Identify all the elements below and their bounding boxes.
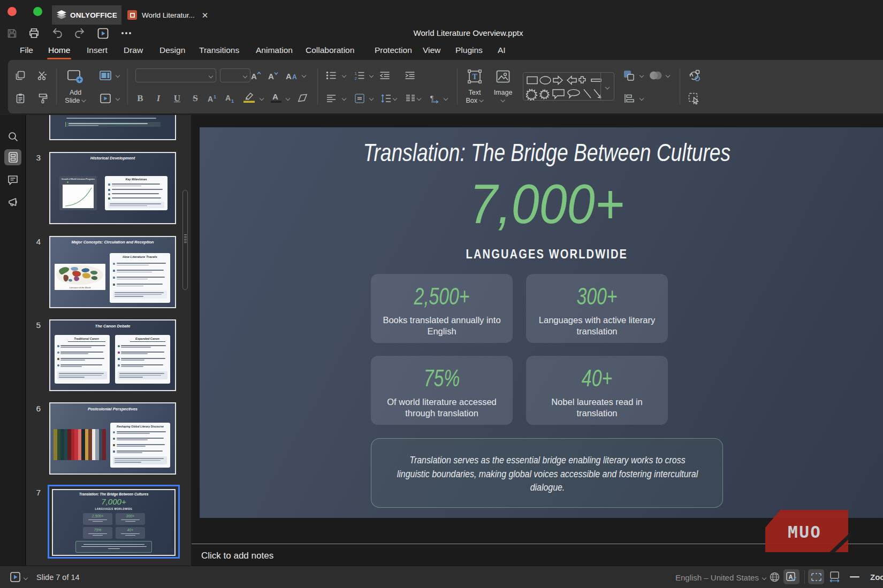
language-selector[interactable]: English – United States <box>675 573 759 582</box>
fit-to-width-button[interactable] <box>829 571 840 583</box>
add-slide-button[interactable]: Add Slide <box>65 89 86 105</box>
slide-layout-button[interactable] <box>100 71 111 80</box>
increase-indent-button[interactable] <box>405 71 415 80</box>
font-color-chevron[interactable] <box>286 96 290 101</box>
horizontal-align-button[interactable] <box>326 95 336 103</box>
italic-button[interactable]: I <box>157 93 161 104</box>
bold-button[interactable]: B <box>137 93 143 104</box>
search-icon[interactable] <box>4 128 21 144</box>
menu-transitions[interactable]: Transitions <box>198 44 240 57</box>
slides-panel-icon[interactable] <box>4 149 21 165</box>
arrange-shape-chevron[interactable] <box>640 96 644 101</box>
line-spacing-chevron[interactable] <box>393 96 397 101</box>
shape-fill-button[interactable] <box>623 70 635 81</box>
zoom-value[interactable]: Zoo <box>870 572 883 582</box>
slide-title[interactable]: Translation: The Bridge Between Cultures <box>272 138 821 167</box>
spell-checking-toggle[interactable]: A <box>783 569 800 584</box>
slide-quote-box[interactable]: Translation serves as the essential brid… <box>371 438 723 508</box>
columns-chevron[interactable] <box>417 96 421 101</box>
stat-card-4[interactable]: 40+ Nobel laureates read intranslation <box>526 356 668 425</box>
change-case-chevron[interactable] <box>302 73 306 78</box>
macos-zoom-button[interactable] <box>33 7 42 16</box>
paste-button[interactable] <box>16 94 25 104</box>
stat-card-2[interactable]: 300+ Languages with active literarytrans… <box>526 274 668 343</box>
arrange-shape-button[interactable] <box>624 94 635 103</box>
slide-big-stat[interactable]: 7,000+ <box>234 172 859 236</box>
line-spacing-button[interactable] <box>380 94 391 103</box>
vertical-align-chevron[interactable] <box>369 96 374 101</box>
bullets-chevron[interactable] <box>342 73 346 78</box>
statusbar-play-chevron[interactable] <box>24 576 28 580</box>
text-box-button[interactable]: Text Box <box>466 89 483 105</box>
change-case-button[interactable]: AA <box>286 71 300 81</box>
thumbnail-slide-3[interactable]: Historical Development Growth of World L… <box>49 152 176 224</box>
image-button[interactable]: Image <box>494 89 513 105</box>
panel-resize-grip[interactable] <box>184 234 187 243</box>
notes-placeholder[interactable]: Click to add notes <box>201 551 273 561</box>
thumbnail-slide-7-selected[interactable]: Translation: The Bridge Between Cultures… <box>48 485 180 559</box>
highlight-color-button[interactable] <box>243 92 256 103</box>
decrease-indent-button[interactable] <box>380 71 390 80</box>
set-language-globe-icon[interactable] <box>770 572 780 582</box>
preview-slideshow-button[interactable] <box>100 94 111 103</box>
comments-icon[interactable] <box>4 172 21 188</box>
font-name-combo[interactable] <box>135 68 216 82</box>
print-button[interactable] <box>27 26 41 40</box>
merge-shapes-button[interactable] <box>649 70 663 81</box>
text-box-icon[interactable]: T <box>468 70 482 83</box>
zoom-out-button[interactable] <box>850 576 859 578</box>
superscript-button[interactable]: A1 <box>208 94 218 103</box>
columns-button[interactable] <box>406 94 415 103</box>
thumbnail-slide-5[interactable]: The Canon Debate Traditional Canon <box>49 319 176 391</box>
replace-button[interactable] <box>688 70 701 81</box>
font-size-combo[interactable] <box>220 68 250 82</box>
menu-plugins[interactable]: Plugins <box>454 44 484 57</box>
add-slide-icon[interactable] <box>67 69 83 84</box>
menu-design[interactable]: Design <box>158 44 186 57</box>
shapes-gallery-chevron[interactable] <box>605 85 610 89</box>
text-direction-chevron[interactable] <box>444 96 448 101</box>
feedback-icon[interactable] <box>4 194 21 210</box>
text-direction-button[interactable]: ¶ <box>429 94 440 103</box>
menu-insert[interactable]: Insert <box>86 44 109 57</box>
menu-collaboration[interactable]: Collaboration <box>305 44 355 57</box>
numbering-chevron[interactable] <box>369 73 374 78</box>
menu-view[interactable]: View <box>422 44 442 57</box>
menu-home[interactable]: Home <box>47 44 71 57</box>
clear-style-button[interactable] <box>296 94 308 103</box>
thumbnail-slide-6[interactable]: Postcolonial Perspectives Reshaping Glob… <box>49 402 176 475</box>
subscript-button[interactable]: A1 <box>225 94 236 103</box>
menu-animation[interactable]: Animation <box>255 44 294 57</box>
shape-fill-chevron[interactable] <box>640 73 644 78</box>
language-chevron[interactable] <box>762 576 766 580</box>
cut-button[interactable] <box>37 71 48 80</box>
menu-file[interactable]: File <box>19 44 34 57</box>
select-tool-button[interactable] <box>688 93 700 104</box>
menu-draw[interactable]: Draw <box>123 44 144 57</box>
tab-close-icon[interactable]: ✕ <box>202 11 209 19</box>
highlight-color-chevron[interactable] <box>260 96 264 101</box>
stat-card-1[interactable]: 2,500+ Books translated annually intoEng… <box>371 274 513 343</box>
shape-icons[interactable] <box>526 73 604 101</box>
decrease-font-size-button[interactable]: A <box>268 71 278 81</box>
onlyoffice-main-tab[interactable]: ONLYOFFICE <box>52 5 121 25</box>
slide-subtitle[interactable]: LANGUAGES WORLDWIDE <box>245 247 849 262</box>
font-color-button[interactable]: A <box>270 92 282 103</box>
format-painter-button[interactable] <box>39 94 48 104</box>
save-button[interactable] <box>5 26 19 40</box>
stat-card-3[interactable]: 75% Of world literature accessedthrough … <box>371 356 513 425</box>
statusbar-play-button[interactable] <box>10 572 20 582</box>
slide-layout-chevron[interactable] <box>116 73 120 78</box>
horizontal-align-chevron[interactable] <box>342 96 346 101</box>
menu-ai[interactable]: AI <box>497 44 507 57</box>
copy-button[interactable] <box>16 71 25 80</box>
bullets-button[interactable] <box>326 71 337 80</box>
macos-close-button[interactable] <box>7 7 17 16</box>
document-tab[interactable]: World Literatur... ✕ <box>121 5 214 25</box>
fit-to-slide-toggle[interactable] <box>808 569 824 584</box>
increase-font-size-button[interactable]: A <box>250 71 261 81</box>
preview-slideshow-chevron[interactable] <box>116 96 120 101</box>
merge-shapes-chevron[interactable] <box>666 73 670 78</box>
thumbnail-slide-2[interactable] <box>49 115 176 140</box>
numbering-button[interactable]: 12 <box>355 71 365 80</box>
